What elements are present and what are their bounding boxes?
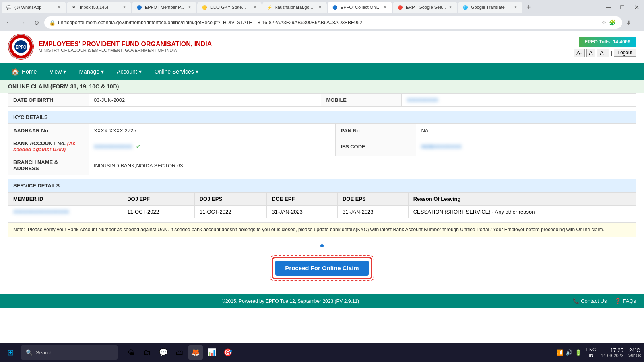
table-row-name-dob: DATE OF BIRTH 03-JUN-2002 MOBILE XXXXXXX… [8,94,636,107]
menu-icon[interactable]: ⋮ [635,19,641,26]
tab-title-epfo-collect: EPFO: Collect Onl... [341,5,381,10]
tab-close-whatsapp[interactable]: ✕ [57,4,61,10]
font-normal-button[interactable]: A [586,49,596,57]
new-tab-button[interactable]: + [523,2,535,13]
logout-button[interactable]: Logout [614,49,636,57]
bank-label: BANK ACCOUNT No. (As seeded against UAN) [8,137,89,156]
tab-close-epfo-member[interactable]: ✕ [188,4,192,10]
pan-label: PAN No. [336,124,416,137]
tab-ddu[interactable]: 🟡 DDU-GKY State... ✕ [197,2,262,13]
taskbar-app-other[interactable]: 🎯 [221,345,235,360]
service-table: MEMBER ID DOJ EPF DOJ EPS DOE EPF DOE EP… [8,192,636,218]
time-display: 17:25 [601,347,623,353]
extension-icon[interactable]: 🧩 [609,19,616,26]
back-button[interactable]: ← [3,17,14,28]
taskbar-app-excel[interactable]: 📊 [204,345,219,360]
taskbar-search[interactable]: 🔍 Search [21,345,118,360]
tab-epfo-collect[interactable]: 🔵 EPFO: Collect Onl... ✕ [328,2,392,13]
weather-temp: 24°C [628,348,641,353]
reload-button[interactable]: ↻ [31,17,42,28]
kyc-row-branch: BRANCH NAME & ADDRESS INDUSIND BANK,NOID… [8,156,636,175]
tab-favicon-inbox: ✉ [72,4,77,10]
taskbar-app-browser[interactable]: 🦊 [188,345,203,360]
kyc-section-header: KYC DETAILS [8,111,636,124]
minimize-button[interactable]: ─ [603,4,614,11]
tab-title-translate: Google Translate [471,5,511,10]
tab-favicon-erp: 🔴 [398,4,403,10]
nav-view[interactable]: View ▾ [43,63,72,80]
tab-close-kaushal[interactable]: ✕ [318,4,322,10]
nav-manage[interactable]: Manage ▾ [72,63,110,80]
tab-bar: 💬 (3) WhatsApp ✕ ✉ Inbox (53,145) - ✕ 🔵 … [0,0,644,14]
ifs-code-blurred: INDBXXXXXXXX [421,144,461,150]
phone-icon: 📞 [573,298,579,304]
address-bar-row: ← → ↻ 🔒 unifiedportal-mem.epfindia.gov.i… [0,14,644,31]
epfo-logo: EPFO [8,34,34,60]
tab-inbox[interactable]: ✉ Inbox (53,145) - ✕ [67,2,131,13]
nav-account-label: Account [117,68,137,75]
phone-button[interactable]: EPFO Tolls: 14 4066 [579,37,636,47]
start-button[interactable]: ⊞ [3,345,18,360]
note-box: Note:- Please verify your Bank Account N… [8,222,636,237]
volume-icon: 🔊 [566,349,572,356]
kyc-row-bank: BANK ACCOUNT No. (As seeded against UAN)… [8,137,636,156]
faqs-link[interactable]: ❓ FAQs [615,298,636,304]
nav-home[interactable]: 🏠 Home [5,63,43,80]
tab-close-inbox[interactable]: ✕ [122,4,126,10]
reason-value: CESSATION (SHORT SERVICE) - Any other re… [408,206,636,218]
content-area: DATE OF BIRTH 03-JUN-2002 MOBILE XXXXXXX… [0,93,644,294]
tab-epfo-member[interactable]: 🔵 EPFO | Member P... ✕ [132,2,196,13]
separator: | [611,50,612,56]
tab-translate[interactable]: 🌐 Google Translate ✕ [458,2,522,13]
font-decrease-button[interactable]: A- [574,49,584,57]
tab-favicon-ddu: 🟡 [202,4,208,10]
tab-favicon-epfo-collect: 🔵 [332,4,338,10]
doj-epf-value: 11-OCT-2022 [122,206,194,218]
epfo-title-area: EMPLOYEES' PROVIDENT FUND ORGANISATION, … [39,41,212,53]
tab-close-epfo-collect[interactable]: ✕ [383,4,387,10]
proceed-online-claim-button[interactable]: Proceed For Online Claim [275,261,368,276]
tab-whatsapp[interactable]: 💬 (3) WhatsApp ✕ [2,2,66,13]
dob-value: 03-JUN-2002 [89,94,321,107]
taskbar: ⊞ 🔍 Search 🌤 🗂 💬 🗃 🦊 📊 🎯 📶 🔊 🔋 ENG IN 17… [0,343,644,362]
tab-title-kaushal: kaushalbharat.go... [275,5,316,10]
nav-manage-label: Manage [79,68,99,75]
address-bar-icons: ☆ 🧩 [601,19,616,26]
taskbar-apps: 🌤 🗂 💬 🗃 🦊 📊 🎯 [124,345,235,360]
taskbar-app-weather[interactable]: 🌤 [124,345,138,360]
proceed-button-highlight: Proceed For Online Claim [272,257,372,279]
battery-icon: 🔋 [575,349,582,356]
font-increase-button[interactable]: A+ [597,49,609,57]
footer-links: 📞 Contact Us ❓ FAQs [573,298,636,304]
dob-label: DATE OF BIRTH [8,94,89,107]
tab-close-erp[interactable]: ✕ [448,4,452,10]
dot-active [320,244,324,247]
epfo-header: EPFO EMPLOYEES' PROVIDENT FUND ORGANISAT… [0,31,644,63]
forward-button[interactable]: → [17,17,28,28]
taskbar-app-files[interactable]: 🗃 [172,345,187,360]
star-icon[interactable]: ☆ [601,19,607,26]
address-bar[interactable]: 🔒 unifiedportal-mem.epfindia.gov.in/memb… [44,16,622,29]
svg-text:EPFO: EPFO [15,45,26,49]
language-indicator: ENG IN [586,347,596,358]
nav-account[interactable]: Account ▾ [110,63,148,80]
tab-close-ddu[interactable]: ✕ [253,4,257,10]
taskbar-app-chat[interactable]: 💬 [156,345,171,360]
tab-title-ddu: DDU-GKY State... [210,5,250,10]
contact-us-link[interactable]: 📞 Contact Us [573,298,607,304]
tab-erp[interactable]: 🔴 ERP - Google Sea... ✕ [393,2,457,13]
service-table-row: XXXXXXXXXXXXXXXX 11-OCT-2022 11-OCT-2022… [8,206,636,218]
tab-title-erp: ERP - Google Sea... [406,5,446,10]
nav-online-services-label: Online Services [155,68,194,75]
taskbar-search-icon: 🔍 [26,349,33,356]
mobile-name-label: MOBILE [321,94,402,107]
maximize-button[interactable]: □ [617,4,627,11]
close-button[interactable]: ✕ [631,4,642,11]
nav-online-services[interactable]: Online Services ▾ [148,63,205,80]
taskbar-app-explorer[interactable]: 🗂 [140,345,155,360]
nav-view-label: View [50,68,62,75]
col-doj-epf: DOJ EPF [122,193,194,206]
tab-kaushal[interactable]: ⚡ kaushalbharat.go... ✕ [262,2,327,13]
tab-close-translate[interactable]: ✕ [514,4,518,10]
download-icon[interactable]: ⬇ [626,19,631,26]
